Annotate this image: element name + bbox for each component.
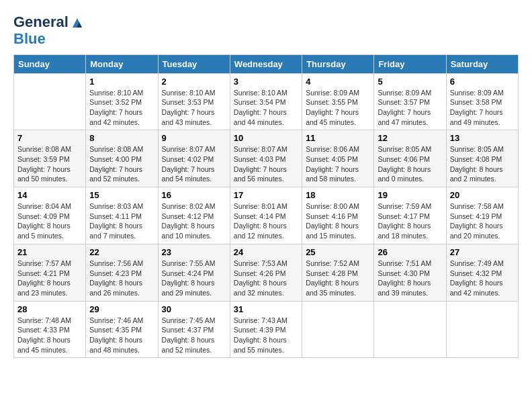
day-number: 20: [450, 190, 515, 200]
calendar-cell: 16Sunrise: 8:02 AM Sunset: 4:12 PM Dayli…: [158, 187, 230, 244]
calendar-body: 1Sunrise: 8:10 AM Sunset: 3:52 PM Daylig…: [14, 73, 519, 358]
day-number: 1: [89, 77, 154, 87]
day-info: Sunrise: 7:55 AM Sunset: 4:24 PM Dayligh…: [162, 259, 226, 298]
calendar-cell: 24Sunrise: 7:53 AM Sunset: 4:26 PM Dayli…: [230, 244, 302, 301]
day-number: 24: [234, 247, 298, 257]
day-number: 5: [378, 77, 442, 87]
logo-text: General Blue: [13, 13, 85, 48]
day-number: 21: [17, 247, 82, 257]
day-info: Sunrise: 8:03 AM Sunset: 4:11 PM Dayligh…: [89, 201, 154, 241]
day-info: Sunrise: 7:49 AM Sunset: 4:32 PM Dayligh…: [450, 259, 515, 298]
page-header: General Blue: [13, 13, 519, 48]
header-day-tuesday: Tuesday: [158, 54, 230, 73]
day-info: Sunrise: 7:57 AM Sunset: 4:21 PM Dayligh…: [17, 259, 82, 298]
calendar-cell: 28Sunrise: 7:48 AM Sunset: 4:33 PM Dayli…: [14, 301, 86, 358]
calendar-cell: [374, 301, 446, 358]
day-info: Sunrise: 8:05 AM Sunset: 4:08 PM Dayligh…: [450, 144, 515, 184]
day-number: 28: [17, 304, 82, 314]
calendar-cell: 9Sunrise: 8:07 AM Sunset: 4:02 PM Daylig…: [158, 130, 230, 187]
day-info: Sunrise: 8:09 AM Sunset: 3:58 PM Dayligh…: [450, 88, 515, 128]
day-info: Sunrise: 7:46 AM Sunset: 4:35 PM Dayligh…: [89, 316, 154, 355]
day-info: Sunrise: 7:53 AM Sunset: 4:26 PM Dayligh…: [234, 259, 298, 298]
calendar-cell: 10Sunrise: 8:07 AM Sunset: 4:03 PM Dayli…: [230, 130, 302, 187]
calendar-cell: 22Sunrise: 7:56 AM Sunset: 4:23 PM Dayli…: [86, 244, 158, 301]
calendar-cell: 25Sunrise: 7:52 AM Sunset: 4:28 PM Dayli…: [302, 244, 374, 301]
calendar-week-row: 28Sunrise: 7:48 AM Sunset: 4:33 PM Dayli…: [14, 301, 519, 358]
calendar-cell: 2Sunrise: 8:10 AM Sunset: 3:53 PM Daylig…: [158, 73, 230, 130]
calendar-cell: [302, 301, 374, 358]
calendar-week-row: 21Sunrise: 7:57 AM Sunset: 4:21 PM Dayli…: [14, 244, 519, 301]
calendar-cell: 23Sunrise: 7:55 AM Sunset: 4:24 PM Dayli…: [158, 244, 230, 301]
day-info: Sunrise: 8:05 AM Sunset: 4:06 PM Dayligh…: [378, 144, 442, 184]
day-number: 18: [306, 190, 370, 200]
day-info: Sunrise: 8:06 AM Sunset: 4:05 PM Dayligh…: [306, 144, 370, 184]
calendar-cell: 30Sunrise: 7:45 AM Sunset: 4:37 PM Dayli…: [158, 301, 230, 358]
calendar-cell: 17Sunrise: 8:01 AM Sunset: 4:14 PM Dayli…: [230, 187, 302, 244]
day-info: Sunrise: 8:10 AM Sunset: 3:52 PM Dayligh…: [89, 88, 154, 128]
day-number: 14: [17, 190, 82, 200]
calendar-cell: 14Sunrise: 8:04 AM Sunset: 4:09 PM Dayli…: [14, 187, 86, 244]
calendar-cell: 5Sunrise: 8:09 AM Sunset: 3:57 PM Daylig…: [374, 73, 446, 130]
day-info: Sunrise: 8:00 AM Sunset: 4:16 PM Dayligh…: [306, 201, 370, 241]
calendar-table: SundayMondayTuesdayWednesdayThursdayFrid…: [13, 54, 519, 359]
day-number: 3: [234, 77, 298, 87]
day-number: 10: [234, 133, 298, 143]
day-info: Sunrise: 8:10 AM Sunset: 3:53 PM Dayligh…: [162, 88, 226, 128]
day-number: 29: [89, 304, 154, 314]
calendar-cell: 8Sunrise: 8:08 AM Sunset: 4:00 PM Daylig…: [86, 130, 158, 187]
calendar-cell: 3Sunrise: 8:10 AM Sunset: 3:54 PM Daylig…: [230, 73, 302, 130]
calendar-cell: 4Sunrise: 8:09 AM Sunset: 3:55 PM Daylig…: [302, 73, 374, 130]
day-number: 12: [378, 133, 442, 143]
header-day-friday: Friday: [374, 54, 446, 73]
day-number: 4: [306, 77, 370, 87]
day-number: 27: [450, 247, 515, 257]
calendar-cell: 13Sunrise: 8:05 AM Sunset: 4:08 PM Dayli…: [446, 130, 518, 187]
day-number: 2: [162, 77, 226, 87]
header-day-monday: Monday: [86, 54, 158, 73]
day-number: 9: [162, 133, 226, 143]
day-info: Sunrise: 8:09 AM Sunset: 3:55 PM Dayligh…: [306, 88, 370, 128]
day-info: Sunrise: 7:58 AM Sunset: 4:19 PM Dayligh…: [450, 201, 515, 241]
header-day-wednesday: Wednesday: [230, 54, 302, 73]
header-day-sunday: Sunday: [14, 54, 86, 73]
day-number: 13: [450, 133, 515, 143]
day-info: Sunrise: 7:56 AM Sunset: 4:23 PM Dayligh…: [89, 259, 154, 298]
calendar-cell: 21Sunrise: 7:57 AM Sunset: 4:21 PM Dayli…: [14, 244, 86, 301]
day-info: Sunrise: 8:04 AM Sunset: 4:09 PM Dayligh…: [17, 201, 82, 241]
day-info: Sunrise: 7:52 AM Sunset: 4:28 PM Dayligh…: [306, 259, 370, 298]
day-info: Sunrise: 7:45 AM Sunset: 4:37 PM Dayligh…: [162, 316, 226, 355]
calendar-week-row: 14Sunrise: 8:04 AM Sunset: 4:09 PM Dayli…: [14, 187, 519, 244]
calendar-week-row: 7Sunrise: 8:08 AM Sunset: 3:59 PM Daylig…: [14, 130, 519, 187]
day-number: 25: [306, 247, 370, 257]
day-number: 15: [89, 190, 154, 200]
calendar-cell: 31Sunrise: 7:43 AM Sunset: 4:39 PM Dayli…: [230, 301, 302, 358]
day-info: Sunrise: 7:59 AM Sunset: 4:17 PM Dayligh…: [378, 201, 442, 241]
calendar-cell: 7Sunrise: 8:08 AM Sunset: 3:59 PM Daylig…: [14, 130, 86, 187]
header-day-thursday: Thursday: [302, 54, 374, 73]
day-info: Sunrise: 7:48 AM Sunset: 4:33 PM Dayligh…: [17, 316, 82, 355]
header-day-saturday: Saturday: [446, 54, 518, 73]
day-info: Sunrise: 8:08 AM Sunset: 3:59 PM Dayligh…: [17, 144, 82, 184]
calendar-cell: 18Sunrise: 8:00 AM Sunset: 4:16 PM Dayli…: [302, 187, 374, 244]
calendar-cell: [446, 301, 518, 358]
calendar-cell: 27Sunrise: 7:49 AM Sunset: 4:32 PM Dayli…: [446, 244, 518, 301]
calendar-cell: 12Sunrise: 8:05 AM Sunset: 4:06 PM Dayli…: [374, 130, 446, 187]
day-number: 8: [89, 133, 154, 143]
day-number: 7: [17, 133, 82, 143]
day-info: Sunrise: 8:07 AM Sunset: 4:03 PM Dayligh…: [234, 144, 298, 184]
calendar-header-row: SundayMondayTuesdayWednesdayThursdayFrid…: [14, 54, 519, 73]
calendar-cell: 1Sunrise: 8:10 AM Sunset: 3:52 PM Daylig…: [86, 73, 158, 130]
day-number: 11: [306, 133, 370, 143]
day-info: Sunrise: 7:51 AM Sunset: 4:30 PM Dayligh…: [378, 259, 442, 298]
day-number: 30: [162, 304, 226, 314]
day-number: 17: [234, 190, 298, 200]
calendar-cell: 11Sunrise: 8:06 AM Sunset: 4:05 PM Dayli…: [302, 130, 374, 187]
calendar-cell: 19Sunrise: 7:59 AM Sunset: 4:17 PM Dayli…: [374, 187, 446, 244]
calendar-week-row: 1Sunrise: 8:10 AM Sunset: 3:52 PM Daylig…: [14, 73, 519, 130]
calendar-cell: 15Sunrise: 8:03 AM Sunset: 4:11 PM Dayli…: [86, 187, 158, 244]
day-number: 6: [450, 77, 515, 87]
day-number: 19: [378, 190, 442, 200]
day-info: Sunrise: 8:01 AM Sunset: 4:14 PM Dayligh…: [234, 201, 298, 241]
day-info: Sunrise: 8:07 AM Sunset: 4:02 PM Dayligh…: [162, 144, 226, 184]
calendar-cell: 26Sunrise: 7:51 AM Sunset: 4:30 PM Dayli…: [374, 244, 446, 301]
